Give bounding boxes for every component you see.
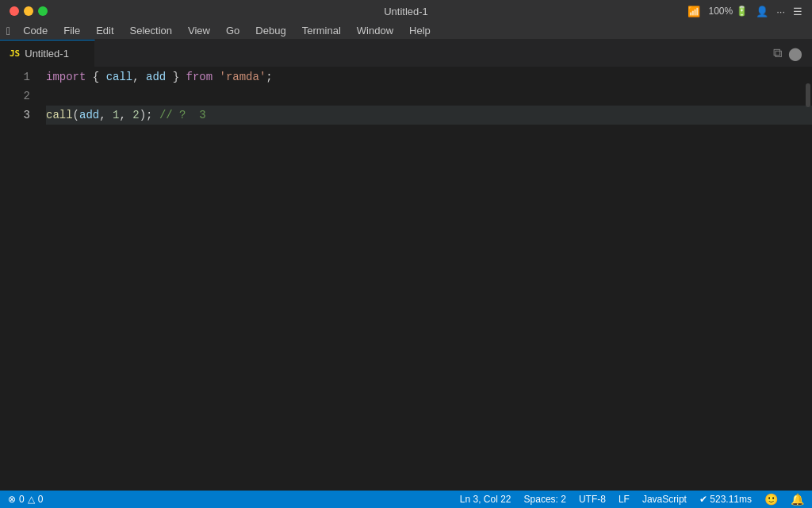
identifier-add: add xyxy=(146,67,166,87)
tab-untitled-1[interactable]: JS Untitled-1 xyxy=(0,40,95,67)
timing-info: ✔ 523.11ms xyxy=(699,494,752,505)
error-circle-icon: ⊗ xyxy=(8,494,16,505)
string-ramda: 'ramda' xyxy=(220,67,266,87)
comma1: , xyxy=(99,106,113,125)
editor[interactable]: 1 2 3 import { call , add } from 'ramda'… xyxy=(0,67,812,491)
punctuation-space2 xyxy=(213,67,219,87)
cursor-position[interactable]: Ln 3, Col 22 xyxy=(460,494,511,505)
warning-triangle-icon: △ xyxy=(28,494,35,505)
paren-close: ); xyxy=(140,106,153,125)
file-encoding[interactable]: UTF-8 xyxy=(579,494,606,505)
menu-bar: 􀣺 Code File Edit Selection View Go Debug… xyxy=(0,22,812,40)
status-right: Ln 3, Col 22 Spaces: 2 UTF-8 LF JavaScri… xyxy=(460,493,804,506)
notifications-icon[interactable]: 🔔 xyxy=(791,493,804,506)
menu-file[interactable]: File xyxy=(57,23,86,38)
scrollbar[interactable] xyxy=(804,67,812,491)
line-number-2: 2 xyxy=(0,87,40,106)
feedback-icon[interactable]: 🙂 xyxy=(764,493,778,506)
punctuation-semi: ; xyxy=(266,67,272,87)
menu-help[interactable]: Help xyxy=(403,23,437,38)
punctuation-space: { xyxy=(86,67,105,87)
sidebar-icon[interactable]: ☰ xyxy=(793,6,802,17)
code-line-2 xyxy=(46,87,812,106)
line-number-1: 1 xyxy=(0,67,40,87)
function-call: call xyxy=(46,106,73,125)
menu-terminal[interactable]: Terminal xyxy=(296,23,347,38)
maximize-button[interactable] xyxy=(38,6,48,16)
minimize-button[interactable] xyxy=(24,6,33,16)
line-ending[interactable]: LF xyxy=(619,494,630,505)
line-numbers: 1 2 3 xyxy=(0,67,40,491)
code-editor[interactable]: import { call , add } from 'ramda' ; cal… xyxy=(40,67,812,491)
comment-result: // ? 3 xyxy=(152,106,205,125)
punctuation-brace-close: } xyxy=(166,67,186,87)
menu-go[interactable]: Go xyxy=(220,23,246,38)
tab-bar: JS Untitled-1 ⧉ ⬤ xyxy=(0,40,812,67)
battery-percent: 100% xyxy=(708,6,733,17)
more-icon[interactable]: ··· xyxy=(776,6,785,17)
number-2: 2 xyxy=(132,106,139,125)
number-1: 1 xyxy=(113,106,119,125)
error-count: 0 xyxy=(19,494,25,505)
line-number-3: 3 xyxy=(0,106,40,125)
keyword-import: import xyxy=(46,67,86,87)
warning-count: 0 xyxy=(38,494,44,505)
paren-open: ( xyxy=(73,106,79,125)
battery-info: 100% 🔋 xyxy=(708,6,748,17)
menu-code[interactable]: Code xyxy=(17,23,54,38)
menu-edit[interactable]: Edit xyxy=(90,23,120,38)
menu-selection[interactable]: Selection xyxy=(124,23,178,38)
tab-filename: Untitled-1 xyxy=(25,48,69,60)
more-actions-icon[interactable]: ⬤ xyxy=(788,46,802,61)
status-left: ⊗ 0 △ 0 xyxy=(8,494,43,505)
title-bar-right: 📶 100% 🔋 👤 ··· ☰ xyxy=(688,6,802,17)
status-bar: ⊗ 0 △ 0 Ln 3, Col 22 Spaces: 2 UTF-8 LF … xyxy=(0,491,812,508)
apple-menu[interactable]: 􀣺 xyxy=(6,25,10,37)
window-title: Untitled-1 xyxy=(384,6,428,17)
menu-debug[interactable]: Debug xyxy=(249,23,292,38)
battery-icon: 🔋 xyxy=(736,6,748,17)
wifi-icon: 📶 xyxy=(688,6,700,17)
scrollbar-thumb[interactable] xyxy=(806,83,810,107)
arg-add: add xyxy=(79,106,99,125)
punctuation-comma: , xyxy=(132,67,146,87)
split-editor-icon[interactable]: ⧉ xyxy=(773,46,782,60)
user-icon[interactable]: 👤 xyxy=(756,6,768,17)
language-mode[interactable]: JavaScript xyxy=(642,494,687,505)
identifier-call: call xyxy=(106,67,133,87)
comma2: , xyxy=(119,106,132,125)
title-bar: Untitled-1 📶 100% 🔋 👤 ··· ☰ xyxy=(0,0,812,22)
close-button[interactable] xyxy=(10,6,19,16)
code-line-1: import { call , add } from 'ramda' ; xyxy=(46,67,812,87)
code-line-3: call ( add , 1 , 2 ); // ? 3 xyxy=(46,106,812,125)
indentation[interactable]: Spaces: 2 xyxy=(524,494,566,505)
tab-bar-actions: ⧉ ⬤ xyxy=(773,40,812,67)
status-errors[interactable]: ⊗ 0 △ 0 xyxy=(8,494,43,505)
empty-line xyxy=(46,87,52,106)
keyword-from: from xyxy=(186,67,213,87)
menu-window[interactable]: Window xyxy=(350,23,400,38)
tab-file-icon: JS xyxy=(10,48,20,59)
menu-view[interactable]: View xyxy=(182,23,216,38)
traffic-lights xyxy=(10,6,48,16)
